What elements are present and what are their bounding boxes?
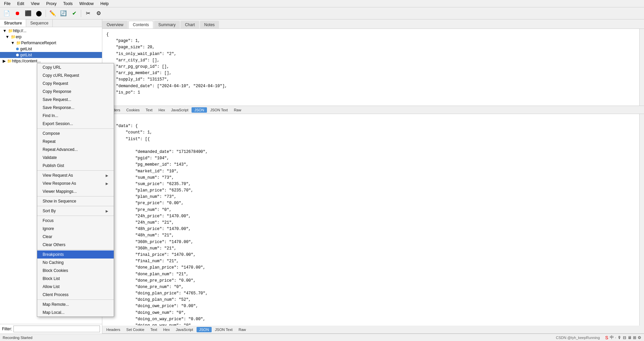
ctx-viewer-mappings[interactable]: Viewer Mappings...	[37, 187, 114, 195]
tree-getlist-1[interactable]: getList	[0, 46, 102, 52]
ctx-copy-curl[interactable]: Copy cURL Request	[37, 71, 114, 79]
res-tab-json[interactable]: JSON	[197, 327, 212, 332]
settings-button[interactable]: ⚙	[94, 9, 103, 18]
req-tab-javascript[interactable]: JavaScript	[168, 107, 191, 113]
menu-proxy[interactable]: Proxy	[44, 1, 59, 7]
tree-item-label: erp	[16, 35, 21, 39]
ctx-clear-others[interactable]: Clear Others	[37, 241, 114, 249]
ctx-compose[interactable]: Compose	[37, 129, 114, 137]
ctx-save-response[interactable]: Save Response...	[37, 104, 114, 112]
tray-grid-icon[interactable]: ⊟	[623, 335, 626, 340]
status-text: Recording Started	[3, 336, 33, 340]
tree-dot-icon	[16, 54, 19, 56]
res-tab-hex[interactable]: Hex	[161, 327, 173, 332]
menu-file[interactable]: File	[1, 1, 13, 7]
tree-folder-icon: 📁	[11, 35, 16, 39]
res-tab-javascript[interactable]: JavaScript	[173, 327, 196, 332]
tree-root-http[interactable]: ▼ 📁 http://...	[0, 28, 102, 34]
ctx-repeat[interactable]: Repeat	[37, 137, 114, 146]
tab-summary[interactable]: Summary	[154, 21, 180, 29]
ctx-save-request[interactable]: Save Request...	[37, 96, 114, 104]
ctx-map-local[interactable]: Map Local...	[37, 308, 114, 317]
tree-item-label: getList	[20, 47, 32, 51]
ctx-clear[interactable]: Clear	[37, 233, 114, 241]
tree-performance-report[interactable]: ▼ 📁 PerformanceReport	[0, 40, 102, 46]
stop-button[interactable]: ⬛	[23, 9, 33, 18]
ctx-view-request-as[interactable]: View Request As▶	[37, 171, 114, 179]
clear-all-button[interactable]: ⬤	[34, 9, 44, 18]
tab-contents[interactable]: Contents	[128, 21, 153, 29]
res-tab-setcookie[interactable]: Set Cookie	[124, 327, 147, 332]
menu-view[interactable]: View	[28, 1, 42, 7]
tray-s-icon[interactable]: S	[605, 335, 608, 340]
tray-dot-icon[interactable]: ·	[615, 335, 616, 340]
ctx-block-list[interactable]: Block List	[37, 275, 114, 283]
ctx-repeat-advanced[interactable]: Repeat Advanced...	[37, 146, 114, 154]
ctx-block-cookies[interactable]: Block Cookies	[37, 267, 114, 275]
ctx-focus[interactable]: Focus	[37, 217, 114, 225]
refresh-button[interactable]: 🔄	[59, 9, 68, 18]
tab-sequence[interactable]: Sequence	[26, 19, 53, 27]
req-tab-json-text[interactable]: JSON Text	[208, 107, 230, 113]
req-tab-cookies[interactable]: Cookies	[124, 107, 143, 113]
request-scrollbar[interactable]	[639, 29, 644, 106]
tab-structure[interactable]: Structure	[0, 19, 26, 27]
tree-dot-icon	[16, 48, 19, 50]
ctx-allow-list[interactable]: Allow List	[37, 283, 114, 291]
left-panel-tabs: Structure Sequence	[0, 19, 102, 27]
tray-monitor-icon[interactable]: 🖥	[628, 335, 632, 340]
menu-edit[interactable]: Edit	[14, 1, 27, 7]
menu-tools[interactable]: Tools	[61, 1, 75, 7]
res-tab-text[interactable]: Text	[148, 327, 160, 332]
filter-bar: Filter:	[0, 324, 102, 334]
req-tab-raw[interactable]: Raw	[231, 107, 244, 113]
edit-button[interactable]: ✏️	[48, 9, 57, 18]
tree-item-label: http://...	[13, 29, 26, 33]
tab-chart[interactable]: Chart	[180, 21, 199, 29]
submenu-arrow: ▶	[106, 209, 108, 213]
tray-gear-icon[interactable]: ⚙	[638, 335, 641, 340]
ctx-no-caching[interactable]: No Caching	[37, 259, 114, 267]
ctx-validate[interactable]: Validate	[37, 154, 114, 162]
res-tab-raw[interactable]: Raw	[236, 327, 249, 332]
req-tab-hex[interactable]: Hex	[156, 107, 168, 113]
res-tab-headers[interactable]: Headers	[104, 327, 123, 332]
ctx-export-session[interactable]: Export Session...	[37, 120, 114, 128]
filter-input[interactable]	[13, 326, 100, 332]
response-scrollbar[interactable]	[639, 114, 644, 326]
tree-getlist-2[interactable]: getList	[0, 52, 102, 58]
filter-label: Filter:	[2, 327, 12, 331]
ctx-copy-response[interactable]: Copy Response	[37, 88, 114, 96]
ctx-map-remote[interactable]: Map Remote...	[37, 300, 114, 308]
ctx-view-response-as[interactable]: View Response As▶	[37, 179, 114, 187]
tree-erp[interactable]: ▼ 📁 erp	[0, 34, 102, 40]
tree-item-label: PerformanceReport	[21, 41, 56, 45]
req-tab-text[interactable]: Text	[143, 107, 155, 113]
top-tabs: Overview Contents Summary Chart Notes	[102, 19, 644, 29]
menu-help[interactable]: Help	[98, 1, 111, 7]
req-tab-json[interactable]: JSON	[192, 107, 207, 113]
tray-mic-icon[interactable]: 🎙	[618, 335, 622, 340]
ctx-ignore[interactable]: Ignore	[37, 225, 114, 233]
check-button[interactable]: ✔	[69, 9, 79, 18]
tray-apps-icon[interactable]: ⊞	[633, 335, 636, 340]
ctx-breakpoints[interactable]: Breakpoints	[37, 250, 114, 259]
ctx-client-process[interactable]: Client Process	[37, 291, 114, 299]
ctx-show-in-sequence[interactable]: Show in Sequence	[37, 197, 114, 205]
ctx-sep-2	[37, 170, 114, 171]
record-button[interactable]: ⏺	[13, 9, 22, 18]
ctx-copy-request[interactable]: Copy Request	[37, 79, 114, 88]
ctx-publish-gist[interactable]: Publish Gist	[37, 162, 114, 170]
ctx-find-in[interactable]: Find In...	[37, 112, 114, 120]
tab-notes[interactable]: Notes	[200, 21, 219, 29]
ctx-sep-3	[37, 196, 114, 196]
tab-overview[interactable]: Overview	[102, 21, 128, 29]
menu-window[interactable]: Window	[77, 1, 97, 7]
scissors-button[interactable]: ✂	[83, 9, 93, 18]
tree-folder-icon: 📁	[8, 29, 13, 33]
new-button[interactable]: 📄	[2, 9, 11, 18]
tray-chinese-icon[interactable]: 中	[610, 335, 614, 340]
res-tab-json-text[interactable]: JSON Text	[212, 327, 235, 332]
ctx-sort-by[interactable]: Sort By▶	[37, 207, 114, 215]
ctx-copy-url[interactable]: Copy URL	[37, 63, 114, 71]
